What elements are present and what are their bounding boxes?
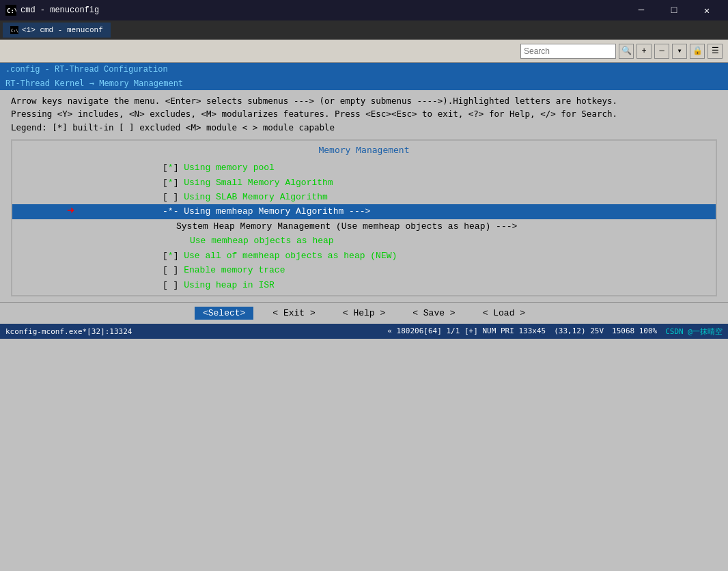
cmd-tab-icon: C:\ (10, 26, 18, 34)
status-right: « 180206[64] 1/1 [+] NUM PRI 133x45 (33,… (387, 326, 723, 337)
load-button[interactable]: < Load > (475, 307, 533, 320)
cmd-icon: C:\ (5, 5, 16, 16)
tab-label: <1> cmd - menuconf (22, 26, 103, 34)
menu-items-wrapper: [*] Using memory pool [*] Using Small Me… (12, 158, 716, 295)
add-button[interactable]: + (636, 44, 652, 59)
title-bar-title: cmd - menuconfig (20, 5, 99, 15)
help-button[interactable]: < Help > (335, 307, 393, 320)
menu-item-7[interactable]: [*] Use all of memheap objects as heap (… (12, 249, 716, 263)
menu-item-1[interactable]: [*] Using memory pool (12, 161, 716, 175)
status-middle: « 180206[64] 1/1 [+] NUM PRI 133x45 (387, 326, 546, 337)
minimize-view-button[interactable]: ─ (654, 44, 669, 59)
select-button[interactable]: <Select> (195, 307, 253, 320)
menu-item-2[interactable]: [*] Using Small Memory Algorithm (12, 176, 716, 190)
title-bar: C:\ cmd - menuconfig ─ □ ✕ (0, 0, 728, 20)
info-line2: Pressing <Y> includes, <N> excludes, <M>… (11, 109, 617, 119)
maximize-button[interactable]: □ (658, 0, 690, 20)
menu-item-6[interactable]: Use memheap objects as heap (12, 234, 716, 248)
status-pos: (33,12) 25V (554, 326, 604, 337)
save-button[interactable]: < Save > (404, 307, 463, 320)
title-bar-left: C:\ cmd - menuconfig (5, 5, 99, 16)
menu-button[interactable]: ☰ (708, 44, 723, 59)
search-input[interactable] (520, 44, 616, 59)
info-line1: Arrow keys navigate the menu. <Enter> se… (11, 96, 453, 106)
menu-item-3[interactable]: [ ] Using SLAB Memory Algorithm (12, 190, 716, 204)
toolbar: 🔍 + ─ ▾ 🔒 ☰ (0, 40, 728, 63)
red-arrow-icon: ➜ (67, 201, 74, 222)
menu-area: Memory Management [*] Using memory pool … (0, 137, 728, 302)
dropdown-button[interactable]: ▾ (672, 44, 687, 59)
title-bar-controls: ─ □ ✕ (626, 0, 723, 20)
lock-button[interactable]: 🔒 (690, 44, 705, 59)
watermark: CSDN @一抹晴空 (665, 326, 723, 337)
close-button[interactable]: ✕ (691, 0, 723, 20)
svg-text:C:\: C:\ (11, 28, 18, 33)
menu-item-8[interactable]: [ ] Enable memory trace (12, 263, 716, 277)
info-area: Arrow keys navigate the menu. <Enter> se… (0, 90, 728, 137)
status-left: kconfig-mconf.exe*[32]:13324 (5, 327, 132, 336)
search-button[interactable]: 🔍 (619, 44, 634, 59)
breadcrumb-sub: RT-Thread Kernel → Memory Management (5, 79, 183, 88)
svg-text:C:\: C:\ (7, 8, 16, 14)
menu-item-4[interactable]: ➜ -*- Using memheap Memory Algorithm ---… (12, 204, 716, 219)
menu-title: Memory Management (12, 141, 716, 158)
menu-outer: Memory Management [*] Using memory pool … (11, 139, 717, 296)
info-line3: Legend: [*] built-in [ ] excluded <M> mo… (11, 122, 335, 133)
status-bar: kconfig-mconf.exe*[32]:13324 « 180206[64… (0, 324, 728, 339)
tab-bar: C:\ <1> cmd - menuconf (0, 20, 728, 40)
menu-item-5[interactable]: System Heap Memory Management (Use memhe… (12, 219, 716, 234)
info-line1b: Highlighted letters are hotkeys. (453, 96, 617, 106)
tab-cmd-menuconf[interactable]: C:\ <1> cmd - menuconf (3, 23, 111, 38)
button-bar: <Select> < Exit > < Help > < Save > < Lo… (0, 302, 728, 324)
breadcrumb-bar: .config - RT-Thread Configuration (0, 63, 728, 76)
status-far-right: 15068 100% (612, 326, 657, 337)
minimize-button[interactable]: ─ (626, 0, 657, 20)
menu-item-9[interactable]: [ ] Using heap in ISR (12, 278, 716, 292)
breadcrumb-root: .config - RT-Thread Configuration (5, 65, 168, 74)
breadcrumb-bar2: RT-Thread Kernel → Memory Management (0, 76, 728, 90)
info-text: Arrow keys navigate the menu. <Enter> se… (11, 94, 717, 134)
exit-button[interactable]: < Exit > (264, 307, 323, 320)
